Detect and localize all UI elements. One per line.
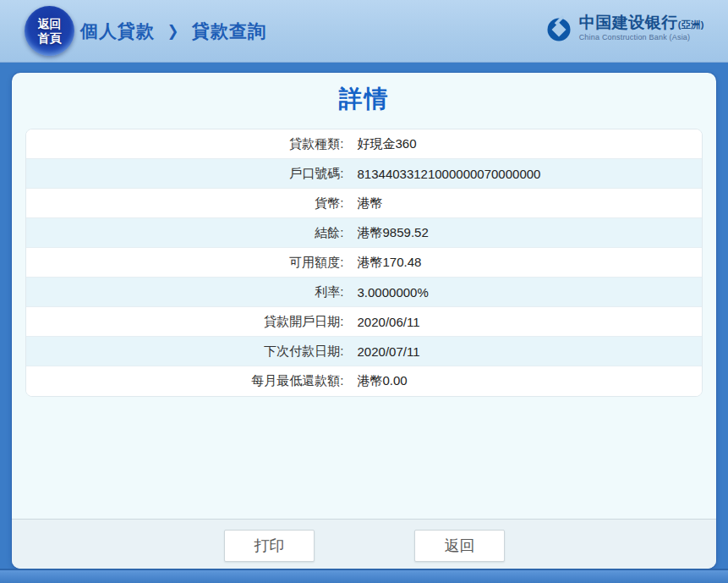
loan-details-screen: 返回 首頁 個人貸款 ❯ 貸款查詢 中国建设银行(亞洲) China Const… [0, 0, 728, 583]
bottom-bar [0, 569, 728, 583]
table-row: 結餘: 港幣9859.52 [26, 218, 702, 248]
return-home-label-line2: 首頁 [38, 31, 62, 46]
row-label: 利率: [26, 284, 344, 300]
table-row: 貸款開戶日期: 2020/06/11 [26, 307, 702, 337]
row-value: 2020/07/11 [344, 344, 702, 359]
row-label: 下次付款日期: [26, 344, 344, 360]
page-title: 詳情 [12, 83, 716, 115]
breadcrumb-personal-loans[interactable]: 個人貸款 [80, 19, 155, 43]
bank-logo: 中国建设银行(亞洲) China Construction Bank (Asia… [545, 14, 704, 42]
row-value: 好現金360 [344, 136, 702, 152]
return-home-label-line1: 返回 [38, 17, 62, 31]
bank-logo-text: 中国建设银行(亞洲) China Construction Bank (Asia… [579, 14, 704, 42]
table-row: 貸款種類: 好現金360 [26, 129, 702, 159]
table-row: 戶口號碼: 81344033121000000070000000 [26, 159, 702, 189]
action-footer: 打印 返回 [12, 519, 716, 569]
row-label: 結餘: [26, 225, 344, 241]
row-value: 港幣9859.52 [344, 225, 702, 241]
row-value: 2020/06/11 [344, 315, 702, 329]
row-label: 貸款種類: [26, 136, 344, 152]
row-value: 3.0000000% [344, 285, 702, 300]
bank-name-cn: 中国建设银行 [579, 14, 678, 31]
details-panel: 詳情 貸款種類: 好現金360 戶口號碼: 813440331210000000… [12, 73, 716, 569]
row-value: 港幣 [344, 195, 702, 212]
row-label: 每月最低還款額: [26, 373, 344, 389]
return-home-button[interactable]: 返回 首頁 [25, 6, 74, 56]
row-label: 戶口號碼: [26, 166, 344, 182]
breadcrumb-loan-enquiry: 貸款查詢 [192, 19, 266, 43]
bank-name-en: China Construction Bank (Asia) [579, 33, 704, 42]
table-row: 可用額度: 港幣170.48 [26, 248, 702, 278]
bank-name-cn-suffix: (亞洲) [678, 19, 704, 30]
row-value: 港幣170.48 [344, 255, 702, 271]
row-label: 貨幣: [26, 195, 344, 212]
print-button[interactable]: 打印 [224, 530, 315, 562]
breadcrumb: 個人貸款 ❯ 貸款查詢 [80, 0, 266, 63]
details-table: 貸款種類: 好現金360 戶口號碼: 813440331210000000700… [25, 129, 703, 397]
row-label: 可用額度: [26, 255, 344, 271]
row-value: 81344033121000000070000000 [344, 167, 702, 181]
chevron-right-icon: ❯ [167, 22, 179, 41]
table-row: 貨幣: 港幣 [26, 189, 702, 218]
back-button[interactable]: 返回 [414, 530, 505, 562]
header: 返回 首頁 個人貸款 ❯ 貸款查詢 中国建设银行(亞洲) China Const… [0, 0, 728, 63]
table-row: 每月最低還款額: 港幣0.00 [26, 366, 702, 396]
ccb-logo-icon [545, 15, 573, 42]
table-row: 利率: 3.0000000% [26, 278, 702, 307]
table-row: 下次付款日期: 2020/07/11 [26, 337, 702, 366]
row-label: 貸款開戶日期: [26, 314, 344, 330]
row-value: 港幣0.00 [344, 373, 702, 389]
